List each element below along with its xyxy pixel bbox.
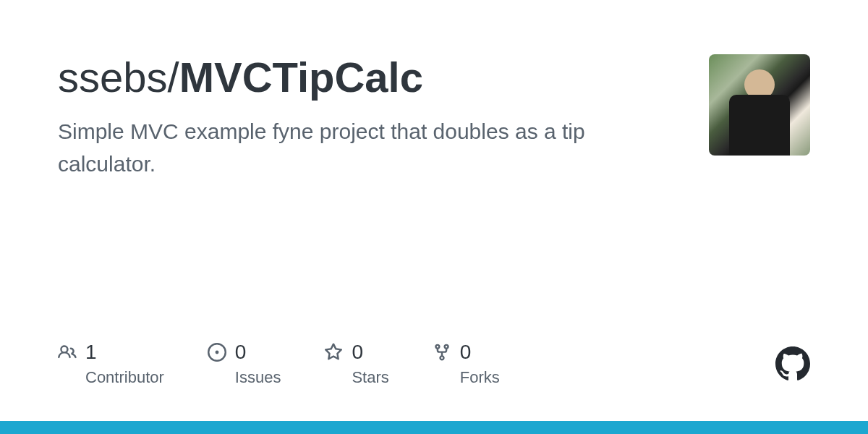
repo-separator: / [168, 54, 179, 101]
issue-icon [208, 343, 226, 362]
stars-count: 0 [352, 341, 363, 364]
repo-title: ssebs/MVCTipCalc [58, 54, 680, 101]
stat-stars[interactable]: 0 Stars [324, 341, 388, 387]
stat-contributors[interactable]: 1 Contributor [58, 341, 164, 387]
github-logo-icon[interactable] [775, 346, 810, 381]
star-icon [324, 343, 343, 362]
issues-count: 0 [235, 341, 247, 364]
repo-name[interactable]: MVCTipCalc [179, 54, 423, 101]
repo-owner[interactable]: ssebs [58, 54, 168, 101]
avatar[interactable] [709, 54, 810, 156]
repo-description: Simple MVC example fyne project that dou… [58, 115, 680, 180]
accent-bar [0, 421, 868, 434]
contributors-count: 1 [85, 341, 97, 364]
stat-issues[interactable]: 0 Issues [208, 341, 281, 387]
people-icon [58, 343, 77, 362]
stat-forks[interactable]: 0 Forks [433, 341, 500, 387]
fork-icon [433, 343, 451, 362]
stars-label: Stars [352, 368, 388, 387]
forks-count: 0 [460, 341, 472, 364]
forks-label: Forks [460, 368, 500, 387]
issues-label: Issues [235, 368, 281, 387]
contributors-label: Contributor [85, 368, 164, 387]
